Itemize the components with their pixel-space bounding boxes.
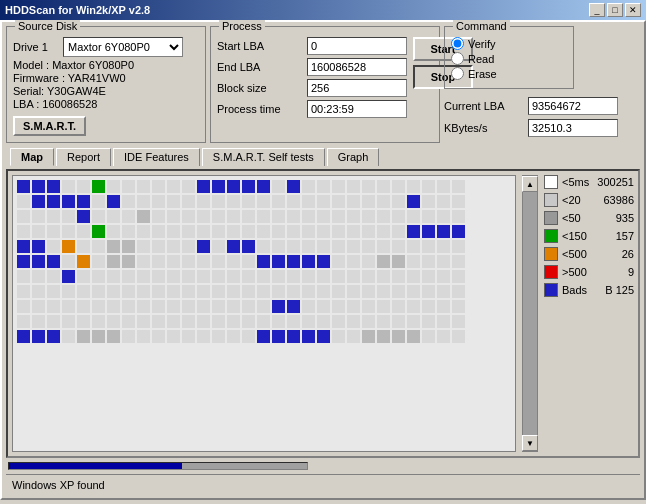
end-lba-row: End LBA (217, 58, 407, 76)
map-cell (422, 195, 435, 208)
map-cell (302, 255, 315, 268)
map-cell (317, 270, 330, 283)
legend-count-gt500: 9 (604, 266, 634, 278)
drive-label: Drive 1 (13, 41, 63, 53)
top-section: Source Disk Drive 1 Maxtor 6Y080P0 Model… (6, 26, 640, 143)
map-cell (77, 180, 90, 193)
map-cell (242, 300, 255, 313)
map-cell (182, 255, 195, 268)
legend-count-20: 63986 (603, 194, 634, 206)
drive-select[interactable]: Maxtor 6Y080P0 (63, 37, 183, 57)
map-cell (242, 195, 255, 208)
map-cell (62, 195, 75, 208)
map-cell (362, 255, 375, 268)
maximize-button[interactable]: □ (607, 3, 623, 17)
map-cell (137, 195, 150, 208)
map-cell (437, 315, 450, 328)
minimize-button[interactable]: _ (589, 3, 605, 17)
map-cell (137, 315, 150, 328)
map-cell (197, 330, 210, 343)
tab-report[interactable]: Report (56, 148, 111, 166)
map-cell (287, 210, 300, 223)
map-cell (152, 240, 165, 253)
close-button[interactable]: ✕ (625, 3, 641, 17)
map-cell (77, 330, 90, 343)
map-cell (47, 225, 60, 238)
map-cell (392, 315, 405, 328)
map-cell (92, 330, 105, 343)
map-cell (422, 330, 435, 343)
map-cell (77, 285, 90, 298)
right-panel: Command Verify Read Erase Current LBA (444, 26, 618, 143)
map-cell (302, 330, 315, 343)
block-size-input[interactable] (307, 79, 407, 97)
legend-row-5ms: <5ms 300251 (544, 175, 634, 189)
map-container: ▲ ▼ <5ms 300251 <20 63986 <50 935 <1 (6, 169, 640, 458)
map-cell (77, 300, 90, 313)
map-cell (167, 300, 180, 313)
model-text: Model : Maxtor 6Y080P0 (13, 59, 199, 71)
read-radio[interactable] (451, 52, 464, 65)
map-cell (47, 270, 60, 283)
map-cell (167, 195, 180, 208)
map-cell (152, 330, 165, 343)
map-cell (392, 255, 405, 268)
map-cell (257, 225, 270, 238)
map-cell (167, 210, 180, 223)
process-time-input[interactable] (307, 100, 407, 118)
map-cell (317, 180, 330, 193)
legend-label-gt500: >500 (562, 266, 600, 278)
kbytes-input[interactable] (528, 119, 618, 137)
map-cell (242, 270, 255, 283)
legend-count-5ms: 300251 (597, 176, 634, 188)
erase-radio[interactable] (451, 67, 464, 80)
read-label: Read (468, 53, 494, 65)
map-grid-wrapper[interactable] (12, 175, 516, 452)
map-cell (332, 255, 345, 268)
map-cell (287, 240, 300, 253)
map-cell (167, 285, 180, 298)
map-cell (122, 330, 135, 343)
verify-radio[interactable] (451, 37, 464, 50)
map-cell (392, 210, 405, 223)
start-lba-row: Start LBA (217, 37, 407, 55)
end-lba-input[interactable] (307, 58, 407, 76)
map-cell (62, 300, 75, 313)
map-cell (392, 240, 405, 253)
tab-map[interactable]: Map (10, 148, 54, 166)
map-cell (452, 300, 465, 313)
map-cell (407, 240, 420, 253)
map-cell (437, 195, 450, 208)
process-time-row: Process time (217, 100, 407, 118)
scroll-down-button[interactable]: ▼ (522, 435, 538, 451)
tab-ide-features[interactable]: IDE Features (113, 148, 200, 166)
map-cell (347, 330, 360, 343)
map-cell (317, 255, 330, 268)
map-cell (347, 180, 360, 193)
map-cell (347, 300, 360, 313)
map-cell (122, 180, 135, 193)
source-disk-label: Source Disk (15, 20, 80, 32)
map-cell (197, 180, 210, 193)
map-cell (107, 195, 120, 208)
map-cell (407, 270, 420, 283)
legend-label-20: <20 (562, 194, 599, 206)
scrollbar-track[interactable] (523, 192, 537, 435)
map-scrollbar[interactable]: ▲ ▼ (522, 175, 538, 452)
scroll-up-button[interactable]: ▲ (522, 176, 538, 192)
map-cell (212, 300, 225, 313)
current-lba-input[interactable] (528, 97, 618, 115)
smart-button[interactable]: S.M.A.R.T. (13, 116, 86, 136)
tab-graph[interactable]: Graph (327, 148, 380, 166)
map-cell (92, 255, 105, 268)
map-cell (407, 285, 420, 298)
map-cell (452, 255, 465, 268)
map-cell (32, 330, 45, 343)
progress-bar-outer (8, 462, 308, 470)
legend: <5ms 300251 <20 63986 <50 935 <150 157 <… (544, 175, 634, 452)
start-lba-input[interactable] (307, 37, 407, 55)
tab-smart-self-tests[interactable]: S.M.A.R.T. Self tests (202, 148, 325, 166)
map-cell (167, 180, 180, 193)
map-cell (182, 195, 195, 208)
map-cell (17, 285, 30, 298)
